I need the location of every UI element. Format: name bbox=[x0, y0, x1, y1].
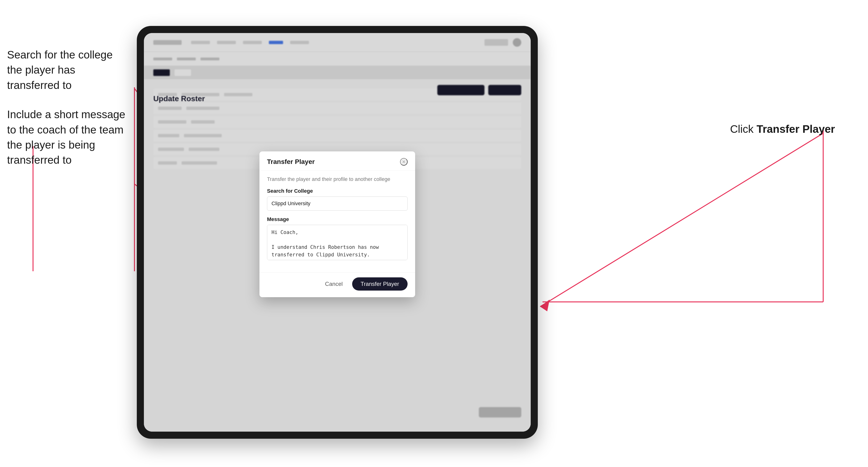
message-label: Message bbox=[267, 216, 408, 222]
annotation-search-text: Search for the college the player has tr… bbox=[7, 47, 130, 93]
svg-line-2 bbox=[540, 133, 823, 307]
modal-footer: Cancel Transfer Player bbox=[259, 272, 415, 297]
tablet-device: Update Roster Transfer Player × Transfer… bbox=[137, 26, 538, 439]
modal-close-button[interactable]: × bbox=[400, 158, 408, 165]
modal-subtitle: Transfer the player and their profile to… bbox=[267, 176, 408, 182]
annotation-left: Search for the college the player has tr… bbox=[7, 47, 130, 182]
annotation-transfer-bold: Transfer Player bbox=[757, 123, 835, 135]
annotation-click-text: Click bbox=[730, 123, 756, 135]
search-college-group: Search for College bbox=[267, 188, 408, 211]
annotation-right: Click Transfer Player bbox=[730, 123, 835, 135]
message-group: Message Hi Coach, I understand Chris Rob… bbox=[267, 216, 408, 261]
tablet-screen: Update Roster Transfer Player × Transfer… bbox=[144, 33, 531, 432]
modal-title: Transfer Player bbox=[267, 158, 315, 165]
svg-marker-3 bbox=[540, 300, 550, 311]
transfer-player-button[interactable]: Transfer Player bbox=[352, 277, 408, 290]
transfer-player-modal: Transfer Player × Transfer the player an… bbox=[259, 151, 415, 297]
search-college-input[interactable] bbox=[267, 196, 408, 211]
cancel-button[interactable]: Cancel bbox=[320, 278, 347, 290]
annotation-message-text: Include a short messageto the coach of t… bbox=[7, 107, 130, 168]
modal-header: Transfer Player × bbox=[259, 151, 415, 170]
message-textarea[interactable]: Hi Coach, I understand Chris Robertson h… bbox=[267, 225, 408, 260]
search-college-label: Search for College bbox=[267, 188, 408, 194]
modal-body: Transfer the player and their profile to… bbox=[259, 170, 415, 272]
